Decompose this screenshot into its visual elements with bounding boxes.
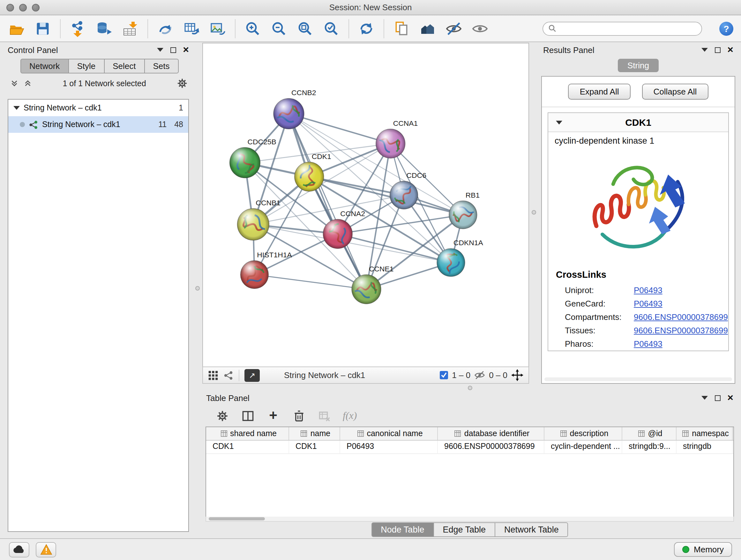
open-session-button[interactable]: [8, 19, 25, 37]
tab-node-table[interactable]: Node Table: [371, 522, 434, 537]
zoom-in-button[interactable]: [244, 19, 262, 37]
node-HIST1H1A[interactable]: HIST1H1A: [241, 251, 292, 289]
show-columns-button[interactable]: [241, 409, 255, 423]
edge-CCNB2-CCNA1[interactable]: [289, 114, 391, 144]
add-column-button[interactable]: [266, 409, 280, 423]
column-header[interactable]: namespac: [677, 427, 733, 440]
column-header[interactable]: shared name: [206, 427, 289, 440]
tab-network-table[interactable]: Network Table: [495, 522, 568, 537]
zoom-fit-button[interactable]: [296, 19, 314, 37]
gene-expander-icon[interactable]: [556, 120, 562, 124]
import-table-button[interactable]: [121, 19, 139, 37]
tab-style[interactable]: Style: [69, 59, 105, 73]
search-icon: [548, 24, 556, 33]
share-view-icon[interactable]: [223, 370, 233, 380]
pan-crosshair-icon[interactable]: [511, 369, 523, 381]
hidden-eye-icon[interactable]: [474, 370, 485, 381]
cloud-status-button[interactable]: [9, 542, 29, 557]
panel-float-icon[interactable]: [715, 395, 720, 401]
crosslink-value-link[interactable]: P06493: [634, 286, 663, 295]
zoom-out-button[interactable]: [270, 19, 288, 37]
show-all-button[interactable]: [471, 19, 489, 37]
tab-sets[interactable]: Sets: [145, 59, 179, 73]
table-hscrollbar[interactable]: [205, 516, 734, 522]
gene-section-header[interactable]: CDK1: [548, 113, 728, 132]
hide-selected-button[interactable]: [445, 19, 463, 37]
edge-CCNB2-CCNE1[interactable]: [289, 114, 366, 289]
home-layout-button[interactable]: [419, 19, 436, 37]
gene-name: CDK1: [625, 117, 651, 128]
close-window-icon[interactable]: [6, 4, 14, 11]
edge-HIST1H1A-CCNE1[interactable]: [254, 274, 366, 289]
selected-checkbox-icon[interactable]: [440, 371, 448, 379]
node-CCNA1[interactable]: CCNA1: [376, 119, 418, 159]
network-collection-row[interactable]: String Network – cdk1 1: [8, 100, 188, 116]
import-network-database-button[interactable]: [95, 19, 113, 37]
export-image-button[interactable]: [209, 19, 226, 37]
column-header[interactable]: @id: [622, 427, 677, 440]
maximize-window-icon[interactable]: [32, 4, 40, 11]
table-panel-header: Table Panel: [202, 391, 737, 405]
crosslink-value-link[interactable]: 9606.ENSP00000378699: [634, 312, 728, 322]
gear-icon[interactable]: [177, 78, 188, 89]
string-results-box: Expand All Collapse All CDK1 cyclin-depe…: [541, 76, 735, 384]
crosslink-value-link[interactable]: 9606.ENSP00000378699: [634, 326, 728, 335]
table-settings-button[interactable]: [215, 409, 229, 423]
zoom-selected-button[interactable]: [322, 19, 340, 37]
collapse-all-button[interactable]: Collapse All: [642, 84, 709, 100]
table-cell: P06493: [340, 441, 438, 453]
detach-view-button[interactable]: [245, 369, 260, 381]
delete-column-button[interactable]: [292, 409, 306, 423]
minimize-window-icon[interactable]: [19, 4, 27, 11]
copy-document-button[interactable]: [393, 19, 410, 37]
table-row[interactable]: CDK1CDK1P064939606.ENSP00000378699cyclin…: [206, 441, 733, 454]
column-header[interactable]: name: [289, 427, 340, 440]
expand-all-button[interactable]: Expand All: [568, 84, 630, 100]
help-button[interactable]: [719, 21, 733, 36]
grid-view-icon[interactable]: [208, 370, 218, 380]
panel-menu-icon[interactable]: [157, 48, 163, 52]
import-network-file-button[interactable]: [69, 19, 87, 37]
function-builder-button[interactable]: f(x): [343, 410, 357, 422]
column-header[interactable]: database identifier: [438, 427, 544, 440]
network-row-selected[interactable]: String Network – cdk1 11 48: [8, 116, 188, 133]
network-view-canvas[interactable]: CCNB2CCNA1CDC25BCDK1CDC6RB1CCNB1CCNA2CDK…: [202, 43, 529, 367]
expand-all-icon[interactable]: [23, 79, 32, 87]
left-splitter-handle[interactable]: [195, 286, 200, 291]
node-RB1[interactable]: RB1: [449, 191, 480, 229]
results-scrollbar[interactable]: [544, 377, 732, 381]
crosslink-value-link[interactable]: P06493: [634, 299, 663, 308]
panel-menu-icon[interactable]: [701, 396, 708, 400]
tab-network[interactable]: Network: [20, 59, 69, 73]
panel-close-icon[interactable]: [727, 393, 733, 402]
tab-edge-table[interactable]: Edge Table: [434, 522, 495, 537]
warnings-button[interactable]: [36, 542, 56, 557]
right-splitter-handle[interactable]: [532, 210, 536, 214]
column-header[interactable]: canonical name: [340, 427, 438, 440]
column-header[interactable]: description: [544, 427, 622, 440]
crosslink-value-link[interactable]: P06493: [634, 339, 663, 349]
panel-close-icon[interactable]: [727, 45, 733, 54]
collapse-all-icon[interactable]: [10, 79, 18, 87]
gear-icon: [216, 410, 228, 422]
network-tools-button[interactable]: [156, 19, 174, 37]
table-hscroll-thumb[interactable]: [209, 517, 265, 520]
tab-select[interactable]: Select: [105, 59, 145, 73]
node-CCNB2[interactable]: CCNB2: [273, 88, 316, 129]
bottom-splitter-handle[interactable]: [468, 386, 472, 390]
tab-string[interactable]: String: [618, 59, 659, 72]
node-CDKN1A[interactable]: CDKN1A: [437, 239, 483, 277]
export-network-table-button[interactable]: [183, 19, 200, 37]
save-session-button[interactable]: [34, 19, 52, 37]
node-CCNB1[interactable]: CCNB1: [238, 199, 280, 240]
panel-float-icon[interactable]: [715, 47, 720, 53]
column-sort-icon: [220, 430, 227, 437]
panel-float-icon[interactable]: [170, 47, 176, 53]
node-CDK1[interactable]: CDK1: [294, 152, 331, 192]
refresh-button[interactable]: [357, 19, 375, 37]
panel-menu-icon[interactable]: [701, 48, 708, 52]
panel-close-icon[interactable]: [183, 45, 189, 54]
search-input[interactable]: [560, 24, 696, 33]
memory-button[interactable]: Memory: [674, 542, 732, 557]
collection-expander-icon[interactable]: [13, 106, 20, 110]
